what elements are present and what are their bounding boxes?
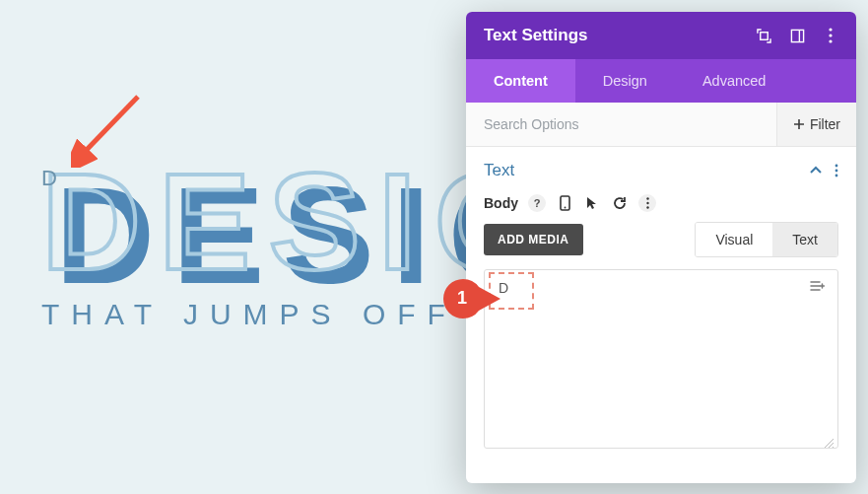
annotation-step-number: 1 [457, 288, 467, 309]
svg-point-14 [646, 197, 648, 199]
text-settings-panel: Text Settings Content Design Advanced Fi… [466, 12, 856, 483]
svg-point-9 [835, 165, 838, 168]
editor-tab-text[interactable]: Text [772, 223, 837, 256]
svg-point-13 [564, 207, 566, 209]
dynamic-content-icon[interactable] [809, 279, 825, 297]
svg-point-4 [829, 28, 832, 31]
collapse-icon[interactable] [809, 164, 823, 177]
svg-point-15 [646, 202, 648, 204]
annotation-arrow-icon [71, 89, 150, 168]
filter-button[interactable]: Filter [776, 103, 856, 146]
reset-icon[interactable] [611, 194, 629, 212]
svg-rect-2 [791, 30, 803, 41]
layout-snap-icon[interactable] [789, 28, 805, 43]
body-label-row: Body ? [484, 194, 838, 212]
text-section: Text Body ? [466, 147, 856, 462]
kebab-menu-icon[interactable] [823, 28, 838, 43]
textarea-resize-handle[interactable] [823, 435, 835, 447]
filter-label: Filter [810, 116, 840, 132]
body-label: Body [484, 195, 518, 211]
svg-rect-1 [760, 32, 768, 39]
svg-point-5 [829, 34, 832, 36]
annotation-step-badge: 1 [443, 279, 502, 318]
panel-title: Text Settings [484, 26, 587, 45]
svg-line-22 [825, 439, 834, 448]
svg-point-11 [835, 175, 838, 177]
svg-point-16 [646, 206, 648, 208]
expand-icon[interactable] [756, 28, 771, 43]
search-bar: Filter [466, 103, 856, 147]
body-text-editor[interactable] [484, 269, 838, 449]
hover-cursor-icon[interactable] [583, 194, 601, 212]
panel-tabs: Content Design Advanced [466, 59, 856, 103]
svg-point-10 [835, 170, 838, 173]
body-kebab-icon[interactable] [638, 194, 656, 212]
editor-mode-tabs: Visual Text [695, 222, 838, 257]
tab-advanced[interactable]: Advanced [675, 59, 794, 103]
section-title: Text [484, 161, 514, 180]
help-icon[interactable]: ? [528, 194, 546, 212]
svg-line-0 [81, 97, 138, 156]
svg-line-24 [833, 447, 834, 448]
svg-point-6 [829, 39, 832, 42]
tab-design[interactable]: Design [575, 59, 675, 103]
add-media-button[interactable]: ADD MEDIA [484, 224, 583, 255]
section-kebab-icon[interactable] [835, 164, 838, 177]
inline-editing-letter[interactable]: D [41, 166, 57, 191]
plus-icon [793, 118, 805, 130]
search-input[interactable] [466, 103, 776, 146]
panel-header[interactable]: Text Settings [466, 12, 856, 59]
editor-tab-visual[interactable]: Visual [696, 223, 772, 256]
phone-responsive-icon[interactable] [556, 194, 573, 212]
tab-content[interactable]: Content [466, 59, 575, 103]
